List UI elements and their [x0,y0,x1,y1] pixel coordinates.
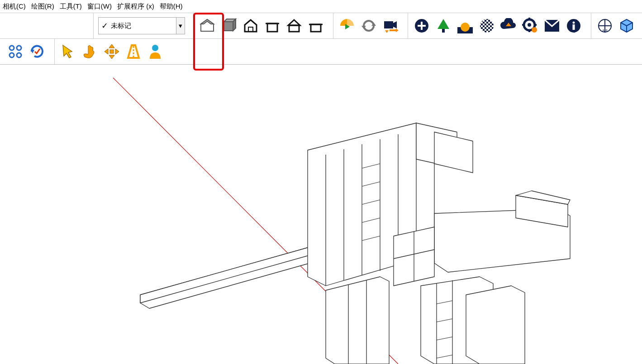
svg-point-62 [152,45,158,51]
blue-cube-icon[interactable] [618,17,636,35]
svg-rect-25 [442,29,445,33]
house-flat-roof-icon[interactable] [263,17,281,35]
svg-marker-18 [385,30,389,33]
svg-marker-65 [140,245,317,303]
person-icon[interactable] [146,43,164,61]
plus-circle-icon[interactable] [413,17,431,35]
check-icon: ✓ [99,21,111,31]
checker-sphere-icon[interactable] [478,17,496,35]
chevron-down-icon[interactable]: ▾ [176,18,185,34]
camera-orange-icon[interactable] [381,17,399,35]
menu-bar: 相机(C) 绘图(R) 工具(T) 窗口(W) 扩展程序 (x) 帮助(H) [0,0,642,13]
svg-marker-79 [434,132,473,173]
svg-rect-19 [390,29,396,31]
move-arrows-icon[interactable] [103,43,121,61]
menu-extensions[interactable]: 扩展程序 (x) [117,2,154,11]
molecules-icon[interactable] [6,43,24,61]
house-3d-icon[interactable] [198,17,216,35]
svg-rect-7 [267,24,277,32]
box-3d-icon[interactable] [220,17,238,35]
refresh-check-icon[interactable] [28,43,46,61]
svg-marker-57 [105,49,108,54]
hand-tap-icon[interactable] [81,43,99,61]
menu-window[interactable]: 窗口(W) [87,2,112,11]
svg-point-52 [17,53,21,57]
svg-text:A-B: A-B [602,29,608,32]
menu-tools[interactable]: 工具(T) [60,2,82,11]
house-peak-icon[interactable] [285,17,303,35]
house-flat-roof2-icon[interactable] [307,17,325,35]
svg-rect-59 [110,50,114,53]
menu-camera[interactable]: 相机(C) [3,2,26,11]
mail-icon[interactable] [543,17,561,35]
svg-marker-24 [438,19,449,29]
svg-marker-55 [109,44,114,48]
svg-rect-10 [289,25,299,32]
svg-point-27 [461,23,470,32]
svg-rect-42 [573,24,575,30]
svg-marker-86 [326,277,389,364]
svg-point-50 [17,46,21,50]
svg-point-51 [10,53,14,57]
svg-point-30 [480,19,494,33]
svg-point-38 [532,27,537,33]
svg-point-33 [528,23,531,27]
svg-rect-16 [384,21,393,28]
house-outline-icon[interactable] [242,17,260,35]
svg-marker-56 [109,55,114,59]
gear-icon[interactable] [521,17,539,35]
compass-icon[interactable]: A-B [596,17,614,35]
toolbar-row-1: ✓ 未标记 ▾ [0,13,642,39]
svg-marker-5 [245,20,257,32]
svg-marker-17 [393,21,397,28]
svg-rect-2 [224,22,233,31]
yellow-arrow-select-icon[interactable] [59,43,77,61]
toolbar-row-2 [0,39,642,65]
svg-marker-4 [233,19,236,31]
svg-point-41 [573,22,575,24]
svg-marker-54 [63,45,72,58]
enscape-logo-icon[interactable] [338,17,356,35]
road-perspective-icon[interactable] [124,43,143,61]
svg-marker-96 [466,286,525,364]
cloud-upload-icon[interactable] [499,17,518,35]
svg-marker-20 [396,28,399,32]
info-circle-icon[interactable] [565,17,583,35]
svg-point-49 [10,46,14,50]
dropdown-label: 未标记 [111,22,176,30]
menu-help[interactable]: 帮助(H) [160,2,183,11]
tree-icon[interactable] [434,17,452,35]
3d-viewport[interactable] [0,78,642,364]
svg-marker-58 [115,49,119,54]
sync-icon[interactable] [360,17,378,35]
svg-rect-11 [311,24,321,32]
svg-marker-9 [288,20,300,25]
sun-horizon-icon[interactable] [456,17,474,35]
menu-draw[interactable]: 绘图(R) [31,2,54,11]
tags-dropdown[interactable]: ✓ 未标记 ▾ [98,17,185,34]
